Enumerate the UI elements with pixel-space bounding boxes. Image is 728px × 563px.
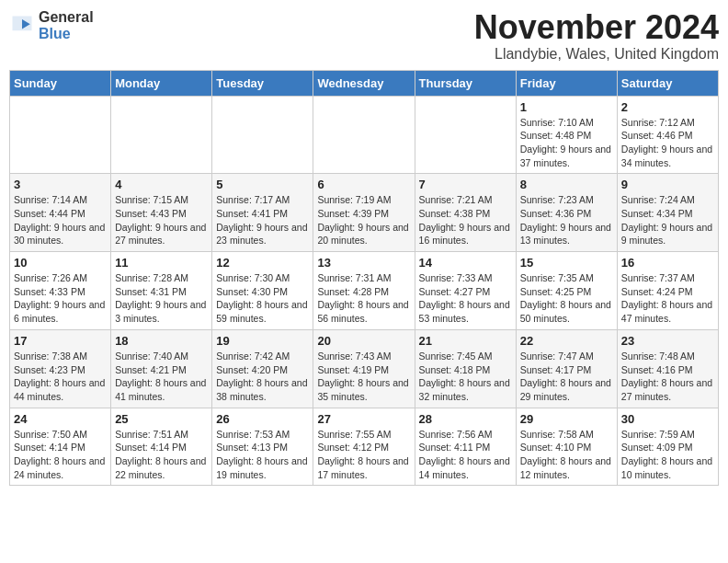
table-row: 4Sunrise: 7:15 AM Sunset: 4:43 PM Daylig… (111, 174, 212, 252)
table-row: 14Sunrise: 7:33 AM Sunset: 4:27 PM Dayli… (415, 252, 516, 330)
col-thursday: Thursday (415, 70, 516, 96)
day-number: 4 (115, 178, 208, 191)
calendar-week-row: 24Sunrise: 7:50 AM Sunset: 4:14 PM Dayli… (10, 408, 719, 486)
table-row: 16Sunrise: 7:37 AM Sunset: 4:24 PM Dayli… (617, 252, 718, 330)
day-number: 10 (14, 256, 107, 270)
day-number: 26 (216, 412, 309, 426)
day-number: 2 (621, 100, 714, 114)
day-info: Sunrise: 7:47 AM Sunset: 4:17 PM Dayligh… (520, 350, 613, 404)
day-number: 17 (14, 334, 107, 348)
day-info: Sunrise: 7:23 AM Sunset: 4:36 PM Dayligh… (520, 193, 613, 247)
title-area: November 2024 Llandybie, Wales, United K… (474, 9, 719, 63)
table-row: 17Sunrise: 7:38 AM Sunset: 4:23 PM Dayli… (10, 329, 111, 408)
month-year-title: November 2024 (474, 9, 719, 46)
table-row: 10Sunrise: 7:26 AM Sunset: 4:33 PM Dayli… (10, 252, 111, 330)
table-row: 3Sunrise: 7:14 AM Sunset: 4:44 PM Daylig… (10, 174, 111, 252)
location-subtitle: Llandybie, Wales, United Kingdom (474, 46, 719, 63)
table-row (415, 96, 516, 174)
day-number: 9 (621, 178, 714, 191)
day-info: Sunrise: 7:10 AM Sunset: 4:48 PM Dayligh… (520, 116, 613, 170)
table-row: 6Sunrise: 7:19 AM Sunset: 4:39 PM Daylig… (313, 174, 415, 252)
day-info: Sunrise: 7:28 AM Sunset: 4:31 PM Dayligh… (115, 271, 208, 326)
logo: General Blue (9, 9, 94, 41)
day-number: 15 (520, 256, 613, 270)
table-row: 24Sunrise: 7:50 AM Sunset: 4:14 PM Dayli… (10, 408, 111, 486)
day-number: 12 (216, 256, 309, 270)
day-number: 21 (419, 334, 512, 348)
logo-general-text: General (39, 9, 94, 26)
day-info: Sunrise: 7:24 AM Sunset: 4:34 PM Dayligh… (621, 193, 714, 247)
col-tuesday: Tuesday (212, 70, 313, 96)
table-row: 21Sunrise: 7:45 AM Sunset: 4:18 PM Dayli… (415, 329, 516, 408)
day-info: Sunrise: 7:40 AM Sunset: 4:21 PM Dayligh… (115, 350, 208, 404)
col-saturday: Saturday (617, 70, 718, 96)
day-info: Sunrise: 7:17 AM Sunset: 4:41 PM Dayligh… (216, 193, 309, 247)
table-row: 7Sunrise: 7:21 AM Sunset: 4:38 PM Daylig… (415, 174, 516, 252)
day-info: Sunrise: 7:55 AM Sunset: 4:12 PM Dayligh… (317, 428, 410, 482)
logo-text: General Blue (39, 9, 94, 41)
table-row: 30Sunrise: 7:59 AM Sunset: 4:09 PM Dayli… (617, 408, 718, 486)
table-row: 29Sunrise: 7:58 AM Sunset: 4:10 PM Dayli… (516, 408, 617, 486)
day-info: Sunrise: 7:42 AM Sunset: 4:20 PM Dayligh… (216, 350, 309, 404)
calendar-table: Sunday Monday Tuesday Wednesday Thursday… (9, 70, 719, 487)
day-info: Sunrise: 7:35 AM Sunset: 4:25 PM Dayligh… (520, 271, 613, 326)
day-info: Sunrise: 7:37 AM Sunset: 4:24 PM Dayligh… (621, 271, 714, 326)
day-info: Sunrise: 7:58 AM Sunset: 4:10 PM Dayligh… (520, 428, 613, 482)
day-number: 20 (317, 334, 410, 348)
table-row: 11Sunrise: 7:28 AM Sunset: 4:31 PM Dayli… (111, 252, 212, 330)
day-info: Sunrise: 7:56 AM Sunset: 4:11 PM Dayligh… (419, 428, 512, 482)
day-info: Sunrise: 7:45 AM Sunset: 4:18 PM Dayligh… (419, 350, 512, 404)
day-info: Sunrise: 7:51 AM Sunset: 4:14 PM Dayligh… (115, 428, 208, 482)
day-info: Sunrise: 7:15 AM Sunset: 4:43 PM Dayligh… (115, 193, 208, 247)
table-row: 22Sunrise: 7:47 AM Sunset: 4:17 PM Dayli… (516, 329, 617, 408)
day-info: Sunrise: 7:43 AM Sunset: 4:19 PM Dayligh… (317, 350, 410, 404)
logo-blue-text: Blue (39, 26, 94, 42)
day-info: Sunrise: 7:53 AM Sunset: 4:13 PM Dayligh… (216, 428, 309, 482)
table-row (313, 96, 415, 174)
table-row: 9Sunrise: 7:24 AM Sunset: 4:34 PM Daylig… (617, 174, 718, 252)
day-number: 6 (317, 178, 410, 191)
table-row: 18Sunrise: 7:40 AM Sunset: 4:21 PM Dayli… (111, 329, 212, 408)
header: General Blue November 2024 Llandybie, Wa… (9, 9, 719, 63)
day-number: 11 (115, 256, 208, 270)
col-sunday: Sunday (10, 70, 111, 96)
day-number: 5 (216, 178, 309, 191)
day-number: 13 (317, 256, 410, 270)
day-number: 3 (14, 178, 107, 191)
day-info: Sunrise: 7:26 AM Sunset: 4:33 PM Dayligh… (14, 271, 107, 326)
day-info: Sunrise: 7:59 AM Sunset: 4:09 PM Dayligh… (621, 428, 714, 482)
day-number: 14 (419, 256, 512, 270)
day-number: 23 (621, 334, 714, 348)
calendar-week-row: 1Sunrise: 7:10 AM Sunset: 4:48 PM Daylig… (10, 96, 719, 174)
day-number: 7 (419, 178, 512, 191)
day-info: Sunrise: 7:31 AM Sunset: 4:28 PM Dayligh… (317, 271, 410, 326)
day-number: 22 (520, 334, 613, 348)
col-friday: Friday (516, 70, 617, 96)
day-number: 16 (621, 256, 714, 270)
table-row: 2Sunrise: 7:12 AM Sunset: 4:46 PM Daylig… (617, 96, 718, 174)
day-number: 27 (317, 412, 410, 426)
table-row: 27Sunrise: 7:55 AM Sunset: 4:12 PM Dayli… (313, 408, 415, 486)
day-info: Sunrise: 7:48 AM Sunset: 4:16 PM Dayligh… (621, 350, 714, 404)
table-row: 26Sunrise: 7:53 AM Sunset: 4:13 PM Dayli… (212, 408, 313, 486)
table-row: 5Sunrise: 7:17 AM Sunset: 4:41 PM Daylig… (212, 174, 313, 252)
calendar-week-row: 17Sunrise: 7:38 AM Sunset: 4:23 PM Dayli… (10, 329, 719, 408)
day-number: 25 (115, 412, 208, 426)
day-info: Sunrise: 7:21 AM Sunset: 4:38 PM Dayligh… (419, 193, 512, 247)
day-number: 30 (621, 412, 714, 426)
table-row: 28Sunrise: 7:56 AM Sunset: 4:11 PM Dayli… (415, 408, 516, 486)
day-number: 29 (520, 412, 613, 426)
table-row: 15Sunrise: 7:35 AM Sunset: 4:25 PM Dayli… (516, 252, 617, 330)
day-number: 1 (520, 100, 613, 114)
table-row: 13Sunrise: 7:31 AM Sunset: 4:28 PM Dayli… (313, 252, 415, 330)
table-row (111, 96, 212, 174)
day-number: 24 (14, 412, 107, 426)
day-info: Sunrise: 7:12 AM Sunset: 4:46 PM Dayligh… (621, 116, 714, 170)
day-info: Sunrise: 7:33 AM Sunset: 4:27 PM Dayligh… (419, 271, 512, 326)
col-wednesday: Wednesday (313, 70, 415, 96)
table-row (10, 96, 111, 174)
table-row: 1Sunrise: 7:10 AM Sunset: 4:48 PM Daylig… (516, 96, 617, 174)
calendar-header-row: Sunday Monday Tuesday Wednesday Thursday… (10, 70, 719, 96)
day-info: Sunrise: 7:19 AM Sunset: 4:39 PM Dayligh… (317, 193, 410, 247)
day-number: 18 (115, 334, 208, 348)
